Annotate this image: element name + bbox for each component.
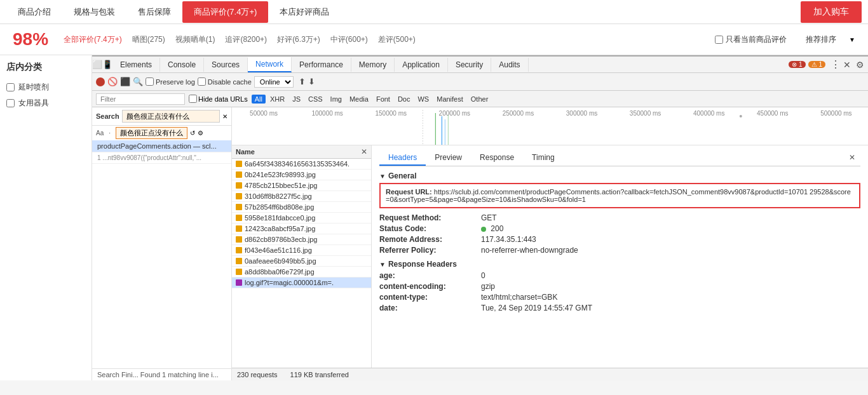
rating-tab-4[interactable]: 好评(6.3万+): [275, 33, 323, 46]
filter-type-img[interactable]: Img: [327, 95, 345, 104]
requests-count: 230 requests: [237, 371, 278, 378]
tab-application[interactable]: Application: [395, 58, 448, 72]
type-icon-10: [236, 269, 242, 275]
filter-type-manifest[interactable]: Manifest: [433, 95, 466, 104]
inspect-icon[interactable]: ⬜: [92, 60, 102, 70]
general-arrow-icon: ▼: [379, 173, 386, 180]
tab-security[interactable]: Security: [448, 58, 491, 72]
filter-type-media[interactable]: Media: [346, 95, 372, 104]
filter-type-font[interactable]: Font: [373, 95, 393, 104]
close-panel-button[interactable]: ✕: [361, 147, 367, 156]
page-tab-1[interactable]: 规格与包装: [62, 1, 126, 23]
page-tab-4[interactable]: 本店好评商品: [268, 1, 341, 23]
search-match-text: 1 ...nt98vv9087({"productAttr":null,"...: [97, 154, 226, 161]
tab-network[interactable]: Network: [248, 57, 292, 72]
sidebar-checkbox-1[interactable]: [6, 99, 15, 107]
rating-tab-5[interactable]: 中评(600+): [328, 33, 370, 46]
page-tab-3[interactable]: 商品评价(7.4万+): [182, 1, 268, 23]
download-icon[interactable]: ⬇: [308, 77, 315, 86]
sidebar-title: 店内分类: [6, 62, 85, 73]
filter-types: All XHR JS CSS Img Media Font Doc WS Man…: [252, 95, 492, 104]
search-input[interactable]: [122, 110, 220, 123]
search-refresh-icon[interactable]: ↺: [190, 130, 195, 137]
device-icon[interactable]: 📱: [102, 60, 112, 70]
detail-close-button[interactable]: ✕: [844, 151, 860, 166]
list-item-10[interactable]: a8dd8bba0f6e729f.jpg: [232, 267, 371, 278]
list-item-name-6: 12423ca8abcf95a7.jpg: [245, 225, 315, 232]
request-method-key: Request Method:: [379, 213, 481, 222]
rating-tab-2[interactable]: 视频晒单(1): [173, 33, 218, 46]
search-result-0[interactable]: productPageComments.action — scl...: [92, 140, 231, 152]
add-cart-button[interactable]: 加入购车: [801, 1, 862, 23]
network-list-header-name: Name: [236, 148, 255, 156]
detail-tab-preview[interactable]: Preview: [426, 151, 471, 166]
search-settings-icon[interactable]: ⚙: [198, 130, 203, 137]
upload-icon[interactable]: ⬆: [299, 77, 306, 86]
detail-tab-headers[interactable]: Headers: [379, 151, 426, 166]
list-item-3[interactable]: 310d6ff8b8227f5c.jpg: [232, 191, 371, 202]
settings-icon[interactable]: ⚙: [856, 60, 864, 70]
detail-tab-timing[interactable]: Timing: [523, 151, 564, 166]
list-item-name-9: 0aafeaee6b949bb5.jpg: [245, 257, 316, 265]
throttle-select[interactable]: Online: [254, 76, 294, 88]
rating-tab-3[interactable]: 追评(8200+): [222, 33, 269, 46]
rating-tab-0[interactable]: 全部评价(7.4万+): [61, 33, 125, 46]
disable-cache-checkbox[interactable]: [198, 77, 206, 86]
list-item-5[interactable]: 5958e181fdabcce0.jpg: [232, 213, 371, 224]
only-current-checkbox[interactable]: [715, 36, 723, 44]
list-item-6[interactable]: 12423ca8abcf95a7.jpg: [232, 224, 371, 234]
list-item-7[interactable]: d862cb89786b3ecb.jpg: [232, 234, 371, 245]
sidebar-item-0[interactable]: 延时喷剂: [6, 79, 85, 95]
search-button[interactable]: 🔍: [133, 77, 143, 86]
filter-type-other[interactable]: Other: [468, 95, 492, 104]
sort-button[interactable]: 推荐排序: [806, 34, 836, 45]
preserve-log-label: Preserve log: [146, 77, 195, 86]
list-item-11[interactable]: log.gif?t=magic.000001&m=.: [232, 278, 371, 288]
tab-performance[interactable]: Performance: [292, 58, 351, 72]
filter-type-all[interactable]: All: [252, 95, 266, 104]
list-item-9[interactable]: 0aafeaee6b949bb5.jpg: [232, 256, 371, 267]
rating-tab-6[interactable]: 差评(500+): [376, 33, 418, 46]
filter-type-doc[interactable]: Doc: [395, 95, 414, 104]
tab-memory[interactable]: Memory: [351, 58, 395, 72]
clear-button[interactable]: 🚫: [107, 77, 118, 86]
detail-tab-response[interactable]: Response: [471, 151, 523, 166]
tab-audits[interactable]: Audits: [491, 58, 528, 72]
list-item-2[interactable]: 4785cb215bbec51e.jpg: [232, 180, 371, 191]
response-header-age-key: age:: [379, 271, 481, 280]
filter-type-ws[interactable]: WS: [414, 95, 432, 104]
hide-data-urls-checkbox[interactable]: [189, 95, 197, 103]
tab-elements[interactable]: Elements: [112, 58, 160, 72]
record-button[interactable]: [96, 77, 105, 86]
search-clear-button[interactable]: ✕: [222, 113, 227, 120]
type-icon-11: [236, 279, 242, 286]
list-item-name-10: a8dd8bba0f6e729f.jpg: [245, 268, 315, 276]
status-code-key: Status Code:: [379, 224, 481, 233]
list-item-4[interactable]: 57b2854ff6bd808e.jpg: [232, 202, 371, 213]
list-item-8[interactable]: f043e46ae51c116.jpg: [232, 245, 371, 256]
search-dot-icon: ·: [109, 130, 111, 137]
filter-type-xhr[interactable]: XHR: [267, 95, 288, 104]
more-options-icon[interactable]: ⋮: [831, 58, 841, 70]
filter-type-css[interactable]: CSS: [305, 95, 326, 104]
page-tab-0[interactable]: 商品介绍: [6, 1, 62, 23]
close-devtools-icon[interactable]: ✕: [843, 60, 851, 70]
page-tab-2[interactable]: 售后保障: [126, 1, 182, 23]
detail-tabs: Headers Preview Response Timing ✕: [379, 151, 860, 166]
search-result-match-0[interactable]: 1 ...nt98vv9087({"productAttr":null,"...: [92, 152, 231, 164]
rating-tab-1[interactable]: 晒图(275): [130, 33, 168, 46]
tab-console[interactable]: Console: [160, 58, 204, 72]
list-item-1[interactable]: 0b241e523fc98993.jpg: [232, 170, 371, 180]
request-url-box: Request URL: https://sclub.jd.com/commen…: [379, 183, 860, 208]
tab-sources[interactable]: Sources: [204, 58, 248, 72]
error-badge: ⊗ 1: [789, 61, 805, 68]
list-item-0[interactable]: 6a645f343834616563135353464.: [232, 159, 371, 170]
filter-type-js[interactable]: JS: [289, 95, 304, 104]
sidebar-item-1[interactable]: 女用器具: [6, 95, 85, 111]
sidebar-checkbox-0[interactable]: [6, 83, 15, 91]
preserve-log-checkbox[interactable]: [146, 77, 154, 86]
filter-input[interactable]: [96, 93, 185, 105]
rating-value: 98%: [13, 29, 48, 50]
filter-button[interactable]: ⬛: [120, 77, 130, 86]
timeline-chart: [232, 110, 868, 145]
